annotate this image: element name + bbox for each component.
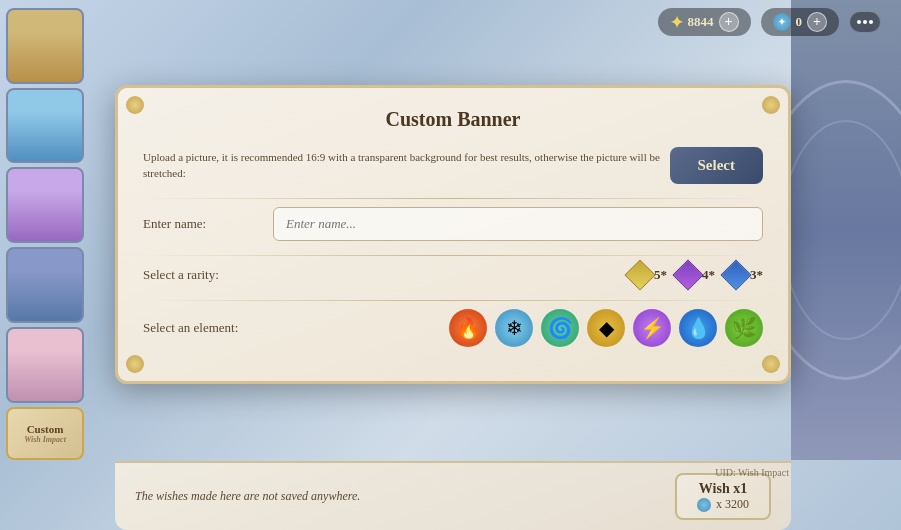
rarity-options: 5* 4* 3* — [629, 264, 763, 286]
primogem-value: 8844 — [688, 14, 714, 30]
separator-1 — [143, 198, 763, 199]
wish-cost-icon — [697, 498, 711, 512]
custom-button[interactable]: Custom Wish Impact — [6, 407, 84, 460]
rarity-row: Select a rarity: 5* 4* 3* — [143, 264, 763, 286]
element-anemo[interactable]: 🌀 — [541, 309, 579, 347]
dialog-title: Custom Banner — [143, 108, 763, 131]
sidebar-item-char4[interactable] — [6, 247, 84, 323]
fate-icon: ✦ — [773, 13, 791, 31]
wish-button[interactable]: Wish x1 x 3200 — [675, 473, 771, 520]
corner-decoration-bl — [126, 355, 144, 373]
name-input[interactable] — [273, 207, 763, 241]
element-label: Select an element: — [143, 320, 273, 336]
more-button[interactable] — [849, 11, 881, 33]
separator-2 — [143, 255, 763, 256]
right-decoration — [791, 0, 901, 460]
uid-text: UID: Wish Impact — [715, 467, 789, 478]
element-hydro[interactable]: 💧 — [679, 309, 717, 347]
sidebar-item-char1[interactable] — [6, 8, 84, 84]
rarity-3star[interactable]: 3* — [725, 264, 763, 286]
upload-description: Upload a picture, it is recommended 16:9… — [143, 150, 670, 181]
element-cryo[interactable]: ❄ — [495, 309, 533, 347]
select-button[interactable]: Select — [670, 147, 763, 184]
dot1 — [857, 20, 861, 24]
rarity-3star-diamond — [720, 259, 751, 290]
rarity-4star-diamond — [672, 259, 703, 290]
rarity-5star-diamond — [624, 259, 655, 290]
bottom-notice: The wishes made here are not saved anywh… — [135, 489, 360, 504]
topbar: ✦ 8844 + ✦ 0 + — [658, 8, 882, 36]
rarity-4star[interactable]: 4* — [677, 264, 715, 286]
bottom-bar: The wishes made here are not saved anywh… — [115, 461, 791, 530]
custom-label: Custom — [27, 423, 64, 435]
name-label: Enter name: — [143, 216, 273, 232]
element-electro[interactable]: ⚡ — [633, 309, 671, 347]
wish-label: Wish x1 — [699, 481, 747, 497]
deco-circle-2 — [791, 120, 901, 340]
separator-3 — [143, 300, 763, 301]
wish-cost: x 3200 — [697, 497, 749, 512]
custom-sublabel: Wish Impact — [24, 435, 66, 444]
rarity-5star-label: 5* — [654, 267, 667, 283]
element-row: Select an element: 🔥 ❄ 🌀 ◆ ⚡ 💧 🌿 — [143, 309, 763, 347]
rarity-label: Select a rarity: — [143, 267, 273, 283]
rarity-4star-label: 4* — [702, 267, 715, 283]
rarity-5star[interactable]: 5* — [629, 264, 667, 286]
primogem-icon: ✦ — [670, 13, 683, 32]
wish-cost-value: x 3200 — [716, 497, 749, 512]
custom-banner-dialog: Custom Banner Upload a picture, it is re… — [115, 85, 791, 384]
uid-bar: UID: Wish Impact — [715, 467, 789, 478]
sidebar-item-char2[interactable] — [6, 88, 84, 164]
dot2 — [863, 20, 867, 24]
element-geo[interactable]: ◆ — [587, 309, 625, 347]
primogem-badge: ✦ 8844 + — [658, 8, 751, 36]
element-options: 🔥 ❄ 🌀 ◆ ⚡ 💧 🌿 — [449, 309, 763, 347]
rarity-3star-label: 3* — [750, 267, 763, 283]
sidebar-item-char5[interactable] — [6, 327, 84, 403]
name-row: Enter name: — [143, 207, 763, 241]
sidebar: Custom Wish Impact — [0, 0, 90, 460]
element-dendro[interactable]: 🌿 — [725, 309, 763, 347]
sidebar-item-char3[interactable] — [6, 167, 84, 243]
corner-decoration-br — [762, 355, 780, 373]
upload-row: Upload a picture, it is recommended 16:9… — [143, 147, 763, 184]
fate-value: 0 — [796, 14, 803, 30]
primogem-plus-btn[interactable]: + — [719, 12, 739, 32]
dot3 — [869, 20, 873, 24]
fate-plus-btn[interactable]: + — [807, 12, 827, 32]
fate-badge: ✦ 0 + — [761, 8, 840, 36]
element-pyro[interactable]: 🔥 — [449, 309, 487, 347]
